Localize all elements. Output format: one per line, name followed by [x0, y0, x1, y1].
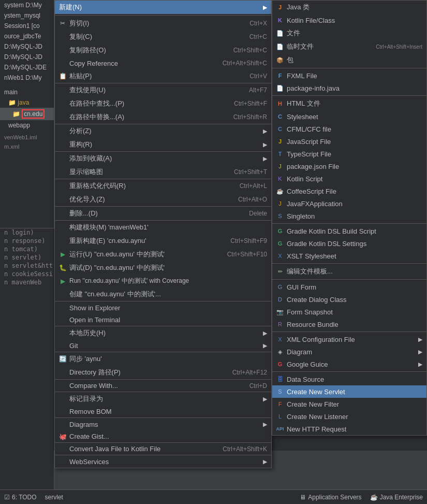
submenu-item-stylesheet[interactable]: C Stylesheet [272, 110, 426, 123]
submenu-item-diagram[interactable]: ◈ Diagram ▶ [272, 345, 426, 358]
menu-item-copy[interactable]: 复制(C) Ctrl+C [55, 30, 271, 44]
json-icon: J [275, 163, 285, 169]
submenu-item-javafx[interactable]: J JavaFXApplication [272, 197, 426, 210]
submenu-item-singleton[interactable]: S Singleton [272, 210, 426, 222]
menu-item-mark-dir[interactable]: 标记目录为 ▶ [55, 392, 271, 406]
submenu-item-scratch[interactable]: 📄 临时文件 Ctrl+Alt+Shift+Insert [272, 40, 426, 53]
submenu-item-json[interactable]: J package.json File [272, 160, 426, 172]
cfml-label: CFML/CFC file [287, 125, 331, 133]
java-enterprise-item[interactable]: ☕ Java Enterprise [370, 494, 423, 501]
menu-item-local-history[interactable]: 本地历史(H) ▶ [55, 326, 271, 340]
submenu-item-google-guice[interactable]: G Google Guice ▶ [272, 358, 426, 370]
submenu-item-fxml[interactable]: F FXML File [272, 69, 426, 82]
menu-item-run-coverage[interactable]: ▶ Run ''cn.edu.aynu' 中的测试' with Coverage [55, 275, 271, 287]
menu-item-compare[interactable]: Compare With... Ctrl+D [55, 380, 271, 392]
todo-item[interactable]: ☑ 6: TODO [4, 494, 37, 501]
file-label: 文件 [287, 28, 300, 38]
submenu-item-create-servlet[interactable]: S Create New Servlet [272, 385, 426, 398]
menu-item-webservices[interactable]: WebServices ▶ [55, 455, 271, 468]
edit-templates-label: 编辑文件模板... [287, 267, 333, 276]
tree-cn-edu[interactable]: 📁 cn.edu [0, 108, 54, 120]
menu-item-add-favorites[interactable]: 添加到收藏(A) ▶ [55, 152, 271, 165]
submenu-item-resource-bundle[interactable]: R Resource Bundle [272, 318, 426, 330]
diagram-arrow: ▶ [418, 349, 422, 355]
submenu-item-cfml[interactable]: C CFML/CFC file [272, 123, 426, 135]
git-label: Git [69, 342, 78, 350]
servlet-item[interactable]: servlet [45, 494, 63, 501]
submenu-item-ts[interactable]: T TypeScript File [272, 148, 426, 160]
xslt-icon: X [275, 253, 285, 259]
cut-shortcut: Ctrl+X [249, 20, 267, 27]
submenu-item-data-source[interactable]: 🗄 Data Source [272, 373, 426, 385]
submenu-item-form-snapshot[interactable]: 📷 Form Snapshot [272, 306, 426, 318]
submenu-item-gradle-build[interactable]: G Gradle Kotlin DSL Build Script [272, 225, 426, 237]
js-label: JavaScript File [287, 138, 331, 146]
submenu-item-edit-templates[interactable]: ✏ 编辑文件模板... [272, 265, 426, 278]
menu-item-convert-kotlin[interactable]: Convert Java File to Kotlin File Ctrl+Al… [55, 443, 271, 455]
menu-item-create-gist[interactable]: 🐙 Create Gist... [55, 430, 271, 443]
menu-item-copy-path[interactable]: 复制路径(O) Ctrl+Shift+C [55, 44, 271, 57]
submenu-item-create-listener[interactable]: L Create New Listener [272, 410, 426, 423]
menu-item-delete[interactable]: 删除...(D) Delete [55, 207, 271, 221]
tree-main[interactable]: main [0, 87, 54, 97]
submenu-item-http-request[interactable]: API New HTTP Request [272, 423, 426, 435]
menu-item-find-in-path[interactable]: 在路径中查找...(P) Ctrl+Shift+F [55, 97, 271, 110]
submenu-item-js[interactable]: J JavaScript File [272, 135, 426, 148]
menu-item-run-tests[interactable]: ▶ 运行(U) ''cn.edu.aynu' 中的测试' Ctrl+Shift+… [55, 248, 271, 261]
menu-item-debug-tests[interactable]: 🐛 调试(D) ''cn.edu.aynu' 中的测试' [55, 261, 271, 275]
menu-item-reformat[interactable]: 重新格式化代码(R) Ctrl+Alt+L [55, 179, 271, 193]
submenu-item-xml-config[interactable]: X XML Configuration File ▶ [272, 333, 426, 345]
menu-item-diagrams[interactable]: Diagrams ▶ [55, 418, 271, 430]
tree-java[interactable]: 📁 java [0, 97, 54, 108]
menu-item-copy-ref[interactable]: Copy Reference Ctrl+Alt+Shift+C [55, 57, 271, 69]
menu-item-build-module[interactable]: 构建模块(M) 'mavenWeb1' [55, 221, 271, 234]
app-server-item[interactable]: 🖥 Application Servers [300, 494, 361, 501]
menu-item-dir-path[interactable]: Directory 路径(P) Ctrl+Alt+F12 [55, 366, 271, 380]
find-usages-shortcut: Alt+F7 [249, 87, 267, 94]
thumbnail-label: 显示缩略图 [69, 167, 103, 177]
reformat-shortcut: Ctrl+Alt+L [240, 182, 267, 190]
tree-webapp[interactable]: webapp [0, 120, 54, 131]
menu-item-open-terminal[interactable]: Open in Terminal [55, 314, 271, 326]
menu-item-cut[interactable]: ✂ 剪切(I) Ctrl+X [55, 17, 271, 30]
submenu-item-gui-form[interactable]: G GUI Form [272, 281, 426, 293]
tree-xml: m.xml [0, 142, 54, 151]
submenu-item-kotlin-script[interactable]: K Kotlin Script [272, 172, 426, 185]
menu-item-remove-bom[interactable]: Remove BOM [55, 406, 271, 418]
submenu-item-kotlin-class[interactable]: K Kotlin File/Class [272, 14, 426, 26]
http-request-label: New HTTP Request [287, 425, 346, 433]
submenu-item-html[interactable]: H HTML 文件 [272, 97, 426, 110]
menu-item-git[interactable]: Git ▶ [55, 340, 271, 352]
java-enterprise-icon: ☕ [370, 494, 378, 501]
menu-item-show-explorer[interactable]: Show in Explorer [55, 301, 271, 314]
context-menu: 新建(N) ▶ ✂ 剪切(I) Ctrl+X 复制(C) Ctrl+C 复制路径… [54, 0, 272, 468]
menu-item-analyze[interactable]: 分析(Z) ▶ [55, 124, 271, 138]
submenu-item-xslt[interactable]: X XSLT Stylesheet [272, 250, 426, 262]
webservices-label: WebServices [69, 458, 109, 466]
gradle-settings-icon: G [275, 240, 285, 247]
sync-icon: 🔄 [58, 355, 67, 363]
git-arrow: ▶ [263, 342, 267, 349]
find-in-path-shortcut: Ctrl+Shift+F [234, 100, 267, 107]
menu-item-refactor[interactable]: 重构(R) ▶ [55, 138, 271, 152]
menu-item-find-usages[interactable]: 查找使用(U) Alt+F7 [55, 83, 271, 97]
reformat-label: 重新格式化代码(R) [69, 181, 126, 191]
submenu-item-package[interactable]: 📦 包 [272, 53, 426, 67]
menu-item-create-tests[interactable]: 创建 ''cn.edu.aynu' 中的测试'... [55, 287, 271, 301]
submenu-item-package-info[interactable]: 📄 package-info.java [272, 82, 426, 94]
menu-item-thumbnail[interactable]: 显示缩略图 Ctrl+Shift+T [55, 165, 271, 179]
menu-item-replace-in-path[interactable]: 在路径中替换...(A) Ctrl+Shift+R [55, 110, 271, 124]
submenu-item-java-class[interactable]: J Java 类 [272, 1, 426, 14]
submenu-item-create-filter[interactable]: F Create New Filter [272, 398, 426, 410]
menu-item-paste[interactable]: 📋 粘贴(P) Ctrl+V [55, 69, 271, 83]
menu-item-rebuild[interactable]: 重新构建(E) 'cn.edu.aynu' Ctrl+Shift+F9 [55, 234, 271, 248]
menu-item-sync[interactable]: 🔄 同步 'aynu' [55, 352, 271, 366]
menu-item-optimize-imports[interactable]: 优化导入(Z) Ctrl+Alt+O [55, 193, 271, 207]
menu-item-new[interactable]: 新建(N) ▶ [55, 1, 271, 14]
submenu-item-coffee[interactable]: ☕ CoffeeScript File [272, 185, 426, 197]
submenu-item-file[interactable]: 📄 文件 [272, 26, 426, 40]
submenu-item-dialog-class[interactable]: D Create Dialog Class [272, 293, 426, 306]
submenu-item-gradle-settings[interactable]: G Gradle Kotlin DSL Settings [272, 237, 426, 250]
xml-config-label: XML Configuration File [287, 336, 355, 343]
google-guice-arrow: ▶ [418, 361, 422, 368]
